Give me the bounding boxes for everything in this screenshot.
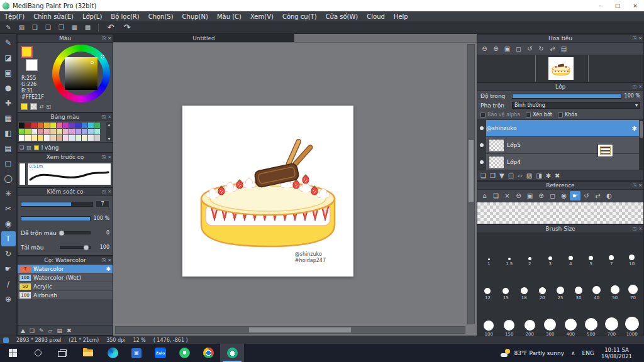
- ref-zoom-fit-icon[interactable]: ▣: [525, 191, 535, 200]
- panel-close-icon[interactable]: ×: [638, 84, 642, 89]
- palette-swatch[interactable]: [44, 123, 50, 128]
- scissors-tool[interactable]: ✂: [1, 201, 16, 216]
- brush-size-slider[interactable]: [21, 202, 93, 207]
- merge-down-icon[interactable]: ▼: [499, 172, 504, 179]
- grid-icon[interactable]: ▦: [69, 23, 80, 33]
- panel-float-icon[interactable]: ◳: [633, 226, 637, 231]
- brush-item[interactable]: 7 Watercolor ✱: [18, 265, 113, 273]
- menu-item[interactable]: Help: [389, 11, 413, 21]
- transfer-layer-icon[interactable]: ◫: [508, 172, 514, 179]
- panel-float-icon[interactable]: ◳: [102, 155, 106, 160]
- checkbox[interactable]: [480, 112, 486, 118]
- select-tool[interactable]: ▢: [1, 156, 16, 171]
- layer-option[interactable]: Khóa: [558, 112, 577, 118]
- brush-size-option[interactable]: 500: [581, 318, 602, 337]
- ref-zoom-actual-icon[interactable]: ◻: [547, 191, 558, 200]
- zoom-fit-icon[interactable]: ▣: [502, 44, 513, 53]
- lasso-tool[interactable]: ◯: [1, 171, 16, 186]
- slice-tool[interactable]: /: [1, 277, 16, 292]
- swap-colors-icon[interactable]: ⇄: [40, 104, 44, 109]
- layer-mask-icon[interactable]: ▨: [526, 172, 532, 179]
- ref-eyedropper-icon[interactable]: ◉: [558, 191, 569, 200]
- navigator-menu-icon[interactable]: ▤: [558, 44, 569, 53]
- redo-button[interactable]: ↷: [119, 22, 135, 33]
- panel-float-icon[interactable]: ◳: [633, 36, 637, 41]
- mini-foreground-swatch[interactable]: [21, 103, 28, 110]
- panel-close-icon[interactable]: ×: [638, 36, 642, 41]
- palette-swatch[interactable]: [63, 135, 69, 141]
- mix-color-slider[interactable]: [60, 231, 91, 234]
- palette-swatch[interactable]: [75, 123, 81, 128]
- brush-size-option[interactable]: 1: [479, 258, 499, 266]
- brush-size-option[interactable]: 200: [519, 320, 540, 337]
- brush-size-option[interactable]: 400: [560, 319, 581, 337]
- ref-close-icon[interactable]: ×: [502, 191, 513, 200]
- menu-item[interactable]: Bộ lọc(R): [106, 11, 143, 21]
- zoom-in-icon[interactable]: ⊕: [491, 44, 501, 53]
- layer-option[interactable]: Xén bớt: [526, 112, 552, 118]
- ref-open-icon[interactable]: ❏: [491, 191, 501, 200]
- menu-item[interactable]: Công cụ(T): [278, 11, 321, 21]
- panel-close-icon[interactable]: ×: [108, 114, 111, 119]
- palette-swatch[interactable]: [44, 129, 50, 134]
- menu-item[interactable]: Xem(V): [246, 11, 278, 21]
- palette-swatch[interactable]: [38, 129, 43, 134]
- panel-close-icon[interactable]: ×: [638, 226, 642, 231]
- layers-scrollbar[interactable]: [639, 120, 643, 170]
- palette-swatch[interactable]: [38, 135, 43, 141]
- clipping-icon[interactable]: ◨: [536, 172, 541, 179]
- canvas-horizontal-scrollbar[interactable]: [115, 326, 465, 334]
- canvas-vertical-scrollbar[interactable]: [467, 44, 475, 324]
- palette-swatch[interactable]: [31, 123, 37, 128]
- rotate-view-tool[interactable]: ↻: [1, 246, 16, 261]
- brush-scroll-up-icon[interactable]: ▲: [21, 327, 25, 334]
- scroll-down-icon[interactable]: ▼: [108, 137, 111, 141]
- palette-swatch[interactable]: [19, 129, 25, 134]
- brush-size-option[interactable]: 4: [560, 256, 581, 266]
- panel-close-icon[interactable]: ×: [108, 258, 111, 263]
- stamp-icon[interactable]: ▧: [16, 23, 28, 33]
- new-doc-icon[interactable]: ❏: [42, 23, 54, 33]
- palette-swatch[interactable]: [88, 135, 94, 141]
- minimize-button[interactable]: –: [591, 0, 609, 11]
- brush-size-option[interactable]: 2: [519, 257, 540, 266]
- panel-close-icon[interactable]: ×: [638, 183, 642, 188]
- panel-close-icon[interactable]: ×: [108, 36, 111, 41]
- navigator-thumbnail[interactable]: [548, 57, 574, 80]
- undo-button[interactable]: ↶: [103, 22, 118, 33]
- zalo-taskbar-button[interactable]: Zalo: [148, 344, 172, 362]
- magic-wand-tool[interactable]: ✳: [1, 186, 16, 201]
- layer-opacity-slider[interactable]: [512, 94, 621, 99]
- transparent-color-icon[interactable]: ◱: [47, 104, 52, 109]
- language-indicator[interactable]: ENG: [582, 350, 594, 356]
- layer-visibility-toggle[interactable]: [477, 154, 486, 170]
- artboard[interactable]: @shinzuko #hoidap247: [182, 106, 353, 277]
- brush-folder-icon[interactable]: ▱: [48, 327, 53, 334]
- comment-icon[interactable]: ❑: [29, 23, 41, 33]
- load-color-slider[interactable]: [60, 246, 91, 249]
- add-brush-icon[interactable]: ❏: [30, 327, 35, 334]
- delete-layer-icon[interactable]: ✖: [555, 172, 560, 179]
- panel-float-icon[interactable]: ◳: [633, 183, 637, 188]
- panel-float-icon[interactable]: ◳: [102, 189, 106, 194]
- square-brush-tool[interactable]: ▣: [1, 65, 16, 80]
- brush-size-option[interactable]: 100: [479, 321, 499, 337]
- palette-swatch[interactable]: [25, 129, 31, 134]
- palette-swatch[interactable]: [94, 123, 100, 128]
- palette-swatch[interactable]: [94, 129, 100, 134]
- brush-size-option[interactable]: 7: [601, 255, 622, 266]
- palette-swatch[interactable]: [50, 123, 56, 128]
- layer-option[interactable]: Bảo vệ alpha: [480, 112, 520, 118]
- mini-transparent-swatch[interactable]: [30, 103, 37, 110]
- checkbox[interactable]: [526, 112, 531, 118]
- palette-swatch[interactable]: [57, 129, 62, 134]
- palette-swatch[interactable]: [19, 123, 25, 128]
- clock[interactable]: 10:11 SA 19/08/2021: [601, 347, 632, 359]
- palette-swatch[interactable]: [63, 129, 69, 134]
- search-button[interactable]: [25, 344, 50, 362]
- palette-menu-icon[interactable]: ▤: [26, 145, 31, 150]
- brush-size-option[interactable]: 18: [515, 287, 533, 300]
- gradient-tool[interactable]: ▤: [1, 141, 16, 156]
- dot-pen-tool[interactable]: ●: [1, 80, 16, 96]
- layer-row[interactable]: Lớp4 ✱: [477, 154, 643, 170]
